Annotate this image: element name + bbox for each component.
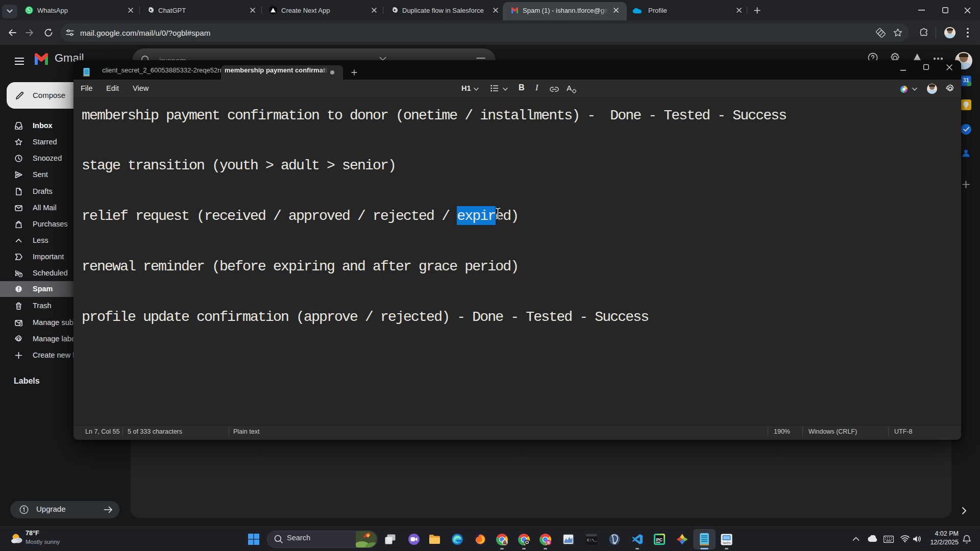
svg-text:C:\_: C:\_ xyxy=(587,538,597,542)
svg-text:S: S xyxy=(547,540,550,545)
svg-text:PC: PC xyxy=(656,537,663,542)
svg-text:TaskPro: TaskPro xyxy=(722,542,731,544)
